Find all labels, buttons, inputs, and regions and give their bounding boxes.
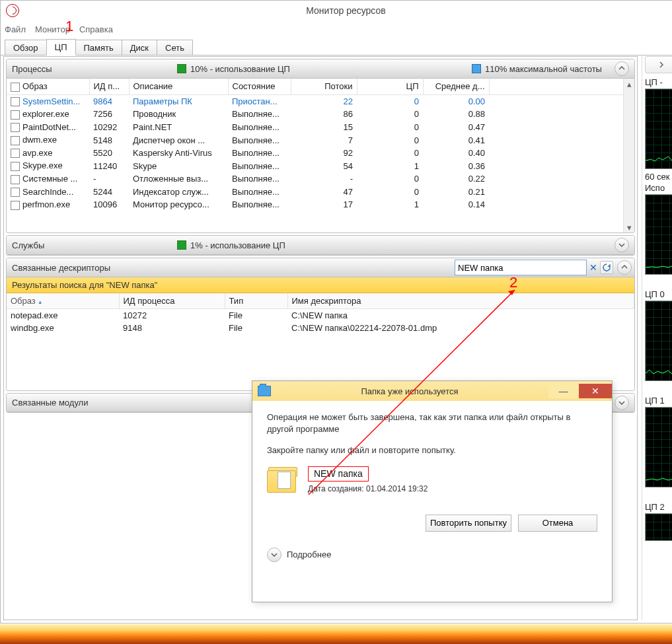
- row-checkbox[interactable]: [11, 201, 20, 210]
- handles-search: ✕: [455, 260, 613, 275]
- annotation-2: 2: [509, 274, 517, 291]
- menu-file[interactable]: Файл: [5, 24, 26, 34]
- row-checkbox[interactable]: [11, 149, 20, 158]
- chevron-down-icon: [267, 548, 281, 562]
- resource-monitor-window: Монитор ресурсов Файл Монитор Справка 1 …: [0, 0, 672, 624]
- row-checkbox[interactable]: [11, 110, 20, 120]
- more-details-toggle[interactable]: Подробнее: [252, 542, 612, 567]
- charts-expand-button[interactable]: [645, 56, 672, 73]
- services-legend: 1% - использование ЦП: [177, 240, 285, 250]
- hcol-name[interactable]: Имя дескриптора: [287, 293, 634, 309]
- col-cpu[interactable]: ЦП: [357, 79, 423, 94]
- cpu-usage-legend: 10% - использование ЦП: [177, 64, 290, 74]
- dialog-message-2: Закройте папку или файл и повторите попы…: [267, 445, 597, 456]
- dialog-title: Папка уже используется: [271, 386, 548, 396]
- refresh-search-button[interactable]: [600, 261, 613, 274]
- dialog-titlebar[interactable]: Папка уже используется — ✕: [252, 381, 612, 401]
- process-row[interactable]: perfmon.exe10096Монитор ресурсо...Выполн…: [7, 198, 634, 211]
- clear-search-icon[interactable]: ✕: [589, 262, 597, 273]
- green-square-icon: [177, 64, 186, 73]
- folder-in-use-dialog: Папка уже используется — ✕ Операция не м…: [252, 380, 613, 602]
- checkbox-all[interactable]: [11, 83, 20, 92]
- hcol-pid[interactable]: ИД процесса: [119, 293, 225, 309]
- process-row[interactable]: SystemSettin...9864Параметры ПКПриостан.…: [7, 94, 634, 108]
- chart-cpu0: [645, 301, 672, 381]
- handle-row[interactable]: notepad.exe10272FileC:\NEW папка: [7, 309, 634, 322]
- col-image[interactable]: Образ: [7, 79, 89, 94]
- process-row[interactable]: dwm.exe5148Диспетчер окон ...Выполняе...…: [7, 133, 634, 147]
- app-icon: [6, 4, 19, 17]
- handles-title: Связанные дескрипторы: [12, 263, 110, 273]
- menubar: Файл Монитор Справка 1: [1, 20, 672, 38]
- col-status[interactable]: Состояние: [228, 79, 291, 94]
- annotation-1: 1: [65, 18, 73, 35]
- chart-cpu-service: [645, 194, 672, 275]
- folder-large-icon: [267, 466, 299, 493]
- row-checkbox[interactable]: [11, 175, 20, 184]
- chart-label-cpu2: ЦП 2: [645, 502, 672, 512]
- tab-strip: Обзор ЦП Память Диск Сеть: [1, 38, 672, 55]
- expand-modules-button[interactable]: [615, 396, 629, 410]
- tab-disk[interactable]: Диск: [122, 40, 157, 55]
- tab-network[interactable]: Сеть: [157, 40, 193, 55]
- folder-icon: [258, 386, 271, 396]
- process-row[interactable]: PaintDotNet...10292Paint.NETВыполняе...1…: [7, 121, 634, 134]
- cancel-button[interactable]: Отмена: [518, 515, 597, 532]
- tab-overview[interactable]: Обзор: [5, 40, 47, 55]
- minimize-button[interactable]: —: [548, 384, 578, 398]
- modules-title: Связанные модули: [12, 398, 88, 408]
- row-checkbox[interactable]: [11, 188, 20, 197]
- window-title: Монитор ресурсов: [19, 5, 672, 16]
- process-row[interactable]: explorer.exe7256ПроводникВыполняе...8600…: [7, 108, 634, 121]
- chart-label-cpu: ЦП -: [645, 77, 672, 87]
- handles-header[interactable]: Связанные дескрипторы ✕: [7, 258, 634, 277]
- collapse-handles-button[interactable]: [617, 260, 632, 275]
- handle-row[interactable]: windbg.exe9148FileC:\NEW папка\022214-22…: [7, 322, 634, 334]
- expand-services-button[interactable]: [615, 238, 629, 252]
- handles-section: Связанные дескрипторы ✕ Результаты поиск…: [6, 258, 635, 391]
- retry-button[interactable]: Повторить попытку: [426, 515, 511, 532]
- search-results-banner: Результаты поиска для "NEW папка": [7, 277, 634, 293]
- processes-scrollbar[interactable]: ▴ ▾: [623, 79, 634, 233]
- col-desc[interactable]: Описание: [129, 79, 228, 94]
- hcol-image[interactable]: Образ▲: [7, 293, 119, 309]
- close-button[interactable]: ✕: [579, 384, 612, 398]
- collapse-processes-button[interactable]: [615, 61, 629, 76]
- cpu-freq-legend: 110% максимальной частоты: [472, 64, 602, 74]
- processes-section: Процессы 10% - использование ЦП 110% мак…: [6, 59, 635, 233]
- process-row[interactable]: SearchInde...5244Индексатор служ...Выпол…: [7, 186, 634, 199]
- tab-memory[interactable]: Память: [75, 40, 122, 55]
- row-checkbox[interactable]: [11, 97, 20, 106]
- process-row[interactable]: Системные ...-Отложенные выз...Выполняе.…: [7, 172, 634, 186]
- dialog-body: Операция не может быть завершена, так ка…: [252, 401, 612, 515]
- chart-cpu1: [645, 407, 672, 487]
- chart-label-usage: Испо: [645, 183, 672, 193]
- services-header[interactable]: Службы 1% - использование ЦП: [7, 236, 634, 255]
- col-pid[interactable]: ИД п...: [89, 79, 129, 94]
- row-checkbox[interactable]: [11, 123, 20, 132]
- chart-cpu2: [645, 513, 672, 541]
- menu-monitor[interactable]: Монитор: [35, 24, 70, 34]
- handles-grid: Образ▲ ИД процесса Тип Имя дескриптора n…: [7, 293, 634, 390]
- tab-cpu[interactable]: ЦП: [46, 39, 76, 55]
- dialog-message-1: Операция не может быть завершена, так ка…: [267, 411, 597, 435]
- menu-help[interactable]: Справка: [79, 24, 113, 34]
- services-section: Службы 1% - использование ЦП: [6, 235, 635, 256]
- scroll-up-icon[interactable]: ▴: [624, 79, 634, 89]
- chart-label-60s: 60 сек: [645, 172, 672, 182]
- processes-header[interactable]: Процессы 10% - использование ЦП 110% мак…: [7, 59, 634, 79]
- col-threads[interactable]: Потоки: [291, 79, 357, 94]
- col-avg[interactable]: Среднее д...: [423, 79, 489, 94]
- process-row[interactable]: avp.exe5520Kaspersky Anti-VirusВыполняе.…: [7, 147, 634, 160]
- dialog-file-name: NEW папка: [308, 466, 369, 482]
- chart-label-cpu0: ЦП 0: [645, 289, 672, 299]
- chart-label-cpu1: ЦП 1: [645, 396, 672, 406]
- row-checkbox[interactable]: [11, 162, 20, 171]
- scroll-down-icon[interactable]: ▾: [624, 222, 634, 233]
- process-row[interactable]: Skype.exe11240SkypeВыполняе...5410.36: [7, 159, 634, 172]
- row-checkbox[interactable]: [11, 136, 20, 145]
- handles-search-input[interactable]: [455, 260, 587, 275]
- chart-cpu-total: [645, 89, 672, 169]
- hcol-type[interactable]: Тип: [225, 293, 287, 309]
- titlebar: Монитор ресурсов: [1, 1, 672, 20]
